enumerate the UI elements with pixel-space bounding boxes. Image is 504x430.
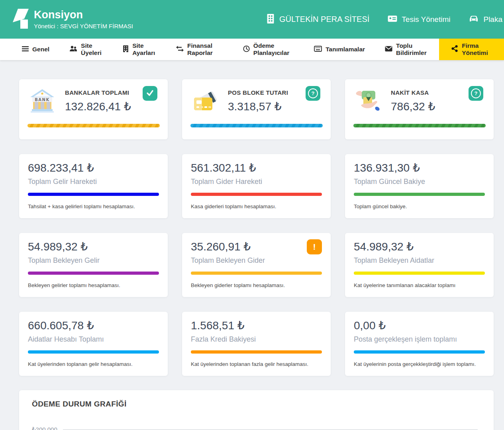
stat-label: Fazla Kredi Bakiyesi [191,334,322,344]
envelope-icon [385,46,392,53]
plate-link[interactable]: Plaka [469,15,502,24]
tab-label: Tanımlamalar [326,46,365,53]
stat-bar [191,193,322,196]
brand[interactable]: Konsiyon Yönetici : SEVGİ YÖNETİM FİRMAS… [11,7,133,32]
topbar: Konsiyon Yönetici : SEVGİ YÖNETİM FİRMAS… [0,0,504,39]
stat-label: Toplam Bekleyen Aidatlar [354,255,485,266]
stat-card-bekleyen-gider: 35.260,91 ₺ Toplam Bekleyen Gider ! Bekl… [182,233,331,297]
stat-bar [191,272,322,275]
exchange-icon [176,46,184,53]
stat-label: Posta gerçekleşen işlem toplamı [354,334,485,344]
stat-card-fazla-kredi: 1.568,51 ₺ Fazla Kredi Bakiyesi Kat üyel… [182,312,331,376]
tab-toplu-bildirimler[interactable]: Toplu Bildirimler [375,39,439,60]
tab-site-ayarlari[interactable]: Site Ayarları [113,39,166,60]
tab-tanimlamalar[interactable]: Tanımlamalar [304,39,375,60]
menu-icon [22,46,29,53]
summary-card-bankalar: BANK BANKALAR TOPLAMI 132.826,41 ₺ [19,79,168,139]
progress-bar [190,124,323,127]
stat-card-toplam-gelir: 698.233,41 ₺ Toplam Gelir Hareketi Tahsi… [19,154,168,218]
stat-card-bekleyen-aidatlar: 54.989,32 ₺ Toplam Bekleyen Aidatlar Kat… [345,233,494,297]
stat-label: Toplam Gelir Hareketi [28,176,159,187]
check-button[interactable] [143,86,157,101]
stat-value: 660.605,78 ₺ [28,318,159,334]
plate-label: Plaka [483,15,502,24]
car-icon [469,15,479,24]
stat-card-toplam-gider: 561.302,11 ₺ Toplam Gider Hareketi Kasa … [182,154,331,218]
stat-description: Toplam güncel bakiye. [354,203,485,209]
stat-label: Aidatlar Hesabı Toplamı [28,334,159,344]
cash-in-hand-icon [355,88,381,113]
stat-card-posta-islem: 0,00 ₺ Posta gerçekleşen işlem toplamı K… [345,312,494,376]
facility-management-link[interactable]: Tesis Yönetimi [388,15,450,24]
tab-firma-yonetimi[interactable]: Firma Yönetimi [439,39,504,60]
stat-bar [354,272,485,275]
stat-bar [28,272,159,275]
warning-button[interactable]: ! [307,239,322,254]
stat-value: 0,00 ₺ [354,318,485,334]
stat-label: Toplam Bekleyen Gelir [28,255,159,266]
clock-icon [243,45,250,54]
svg-text:BANK: BANK [35,98,49,102]
users-icon [69,45,77,53]
credit-cards-icon [192,88,218,113]
stat-description: Kasa giderleri toplamı hesaplaması. [191,203,322,209]
tab-odeme-planlayicilar[interactable]: Ödeme Planlayıcılar [233,39,304,60]
tab-finansal-raporlar[interactable]: Finansal Raporlar [166,39,233,60]
exclamation-icon: ! [313,242,316,252]
facility-label: Tesis Yönetimi [402,15,450,24]
payment-status-chart-card: ÖDEME DURUM GRAFİĞİ ₺200,000 [19,390,494,430]
tab-label: Finansal Raporlar [187,42,223,57]
stat-card-guncel-bakiye: 136.931,30 ₺ Toplam Güncel Bakiye Toplam… [345,154,494,218]
stat-label: Toplam Bekleyen Gider [191,255,322,266]
tab-genel[interactable]: Genel [12,39,59,60]
summary-card-nakit: NAKİT KASA 786,32 ₺ ? [345,79,494,139]
tab-label: Toplu Bildirimler [396,42,429,57]
tab-site-uyeleri[interactable]: Site Üyeleri [59,39,113,60]
y-axis-tick: ₺200,000 [32,426,57,430]
help-button[interactable]: ? [306,86,320,101]
main-nav: Genel Site Üyeleri Site Ayarları Finansa… [0,39,504,60]
chart-title: ÖDEME DURUM GRAFİĞİ [32,400,481,408]
tab-label: Site Ayarları [132,42,156,57]
stat-description: Tahsilat + kasa gelirleri toplamı hesapl… [28,203,159,209]
stat-value: 1.568,51 ₺ [191,318,322,334]
stat-description: Kat üyelerinden toplanan gelir hesaplama… [28,361,159,367]
card-value: 3.318,57 ₺ [228,100,288,113]
stat-description: Kat üyelerine tanımlanan alacaklar topla… [354,282,485,288]
stat-bar [354,350,485,354]
progress-bar [353,124,486,127]
sitemap-icon [451,45,458,54]
stat-value: 35.260,91 ₺ [191,239,322,255]
keyboard-icon [314,46,322,53]
stat-value: 698.233,41 ₺ [28,160,159,176]
stat-label: Toplam Güncel Bakiye [354,176,485,187]
question-icon: ? [471,88,481,98]
manager-label: Yönetici : SEVGİ YÖNETİM FİRMASI [34,23,133,29]
stat-bar [191,350,322,354]
check-icon [146,90,154,98]
stat-card-bekleyen-gelir: 54.989,32 ₺ Toplam Bekleyen Gelir Bekley… [19,233,168,297]
site-name: GÜLTEKİN PERA SİTESİ [279,15,369,24]
site-selector[interactable]: GÜLTEKİN PERA SİTESİ [266,14,369,25]
dashboard-content: BANK BANKALAR TOPLAMI 132.826,41 ₺ [19,79,494,430]
stat-description: Kat üyelerinin posta gerçekkleştirdiği i… [354,361,485,367]
konsiyon-logo-icon [11,7,29,32]
bank-icon: BANK [29,88,55,113]
app-title: Konsiyon [34,9,133,21]
card-value: 786,32 ₺ [391,100,435,113]
help-button[interactable]: ? [469,86,483,101]
question-icon: ? [308,88,318,98]
tab-label: Ödeme Planlayıcılar [253,42,294,57]
id-card-icon [388,15,397,24]
stat-description: Bekleyen gelirler toplamı hesaplaması. [28,282,159,288]
summary-card-pos: POS BLOKE TUTARI 3.318,57 ₺ ? [182,79,331,139]
stat-value: 54.989,32 ₺ [354,239,485,255]
progress-bar [27,124,160,127]
stat-value: 54.989,32 ₺ [28,239,159,255]
tab-label: Firma Yönetimi [462,42,492,57]
stat-value: 561.302,11 ₺ [191,160,322,176]
stat-value: 136.931,30 ₺ [354,160,485,176]
stat-bar [28,350,159,354]
stat-description: Bekleyen giderler toplamı hesaplaması. [191,282,322,288]
building-icon [123,45,129,54]
